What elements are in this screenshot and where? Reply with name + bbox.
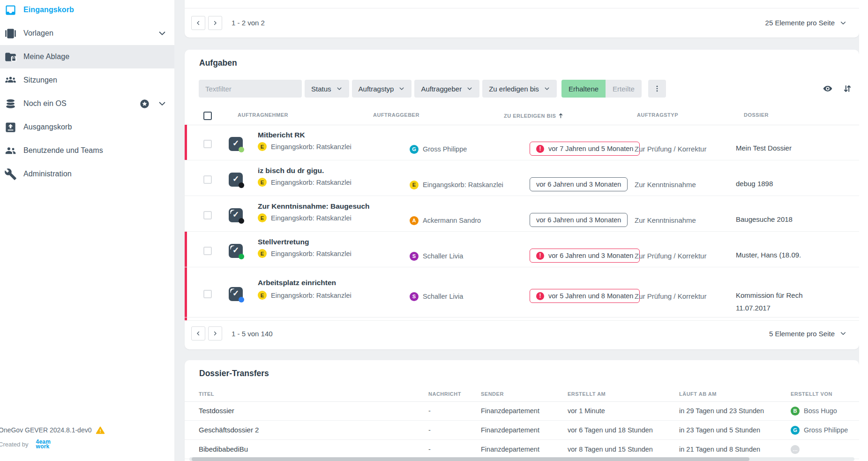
task-dossier-link[interactable]: Baugesuche 2018 — [736, 213, 859, 226]
filter-dropdown-auftraggeber[interactable]: Auftraggeber — [414, 80, 479, 98]
task-type: Zur Prüfung / Korrektur — [635, 249, 706, 264]
task-dossier-link[interactable]: debug 1898 — [736, 177, 859, 190]
chevron-down-icon[interactable] — [157, 99, 167, 108]
task-title[interactable]: Mitbericht RK — [258, 131, 305, 139]
4teamwork-logo[interactable]: 4eam work — [36, 439, 51, 449]
creator-name: Boss Hugo — [804, 407, 837, 415]
select-all-checkbox[interactable] — [203, 112, 212, 120]
templates-icon — [4, 27, 17, 40]
avatar: S — [410, 292, 419, 301]
sort-asc-icon — [557, 112, 564, 119]
row-checkbox[interactable] — [203, 211, 212, 219]
column-header-sender: SENDER — [481, 391, 504, 397]
task-title[interactable]: iz bisch du dr gigu. — [258, 166, 324, 175]
filter-dropdown-zu-erledigen-bis[interactable]: Zu erledigen bis — [482, 80, 557, 98]
task-row[interactable]: ✓Mitbericht RKEEingangskorb: Ratskanzlei… — [185, 125, 859, 160]
task-dossier-link[interactable]: Mein Test Dossier — [736, 142, 859, 154]
task-row[interactable]: ✓StellvertretungEEingangskorb: Ratskanzl… — [185, 232, 859, 267]
created-by-label: Created by — [0, 441, 29, 448]
sort-icon[interactable] — [842, 83, 853, 94]
task-dossier-link[interactable]: Muster, Hans (18.09. — [736, 249, 859, 261]
task-status-dot — [239, 254, 244, 259]
transfer-row[interactable]: Testdossier-Finanzdepartementvor 1 Minut… — [185, 401, 859, 421]
users-icon — [4, 144, 17, 157]
task-remote-icon: ✓ — [229, 244, 243, 258]
version-line: OneGov GEVER 2024.8.1-dev0 — [0, 425, 105, 435]
next-page-button[interactable] — [208, 16, 222, 30]
transfer-creator: … — [791, 440, 804, 459]
due-date-badge: vor 6 Jahren und 3 Monaten — [530, 213, 628, 227]
row-checkbox[interactable] — [203, 247, 212, 255]
transfer-sender: Finanzdepartement — [481, 421, 539, 439]
sidebar-item-noch-ein-os[interactable]: Noch ein OS — [0, 92, 174, 115]
avatar: E — [410, 181, 419, 189]
horizontal-scrollbar[interactable] — [189, 457, 854, 461]
transfer-title[interactable]: Testdossier — [199, 401, 234, 420]
sidebar-item-administration[interactable]: Administration — [0, 162, 174, 186]
task-type: Zur Kenntnisnahme — [635, 177, 696, 192]
scrollbar-thumb[interactable] — [192, 457, 749, 461]
pagination-range: 1 - 2 von 2 — [232, 19, 265, 27]
received-issued-toggle: Erhaltene Erteilte — [561, 80, 642, 98]
wrench-icon — [4, 168, 17, 181]
star-icon[interactable] — [139, 98, 150, 109]
column-header-nachricht: NACHRICHT — [428, 391, 461, 397]
avatar: E — [258, 249, 267, 258]
column-header-dossier[interactable]: DOSSIER — [744, 112, 769, 118]
chevron-down-icon[interactable] — [157, 29, 167, 38]
column-header-auftraggeber[interactable]: AUFTRAGGEBER — [373, 112, 419, 118]
next-page-button[interactable] — [208, 326, 222, 340]
row-checkbox[interactable] — [203, 175, 212, 184]
meetings-icon — [4, 74, 17, 87]
task-type: Zur Kenntnisnahme — [635, 213, 696, 228]
due-date-label: vor 6 Jahren und 3 Monaten — [536, 216, 621, 224]
task-title[interactable]: Stellvertretung — [258, 238, 309, 246]
transfer-title[interactable]: Geschäftsdossier 2 — [199, 421, 259, 439]
task-row[interactable]: ✓Zur Kenntnisnahme: BaugesuchEEingangsko… — [185, 196, 859, 232]
sidebar-item-benutzende-und-teams[interactable]: Benutzende und Teams — [0, 139, 174, 162]
sidebar-item-label: Vorlagen — [23, 29, 53, 38]
filter-dropdown-auftragstyp[interactable]: Auftragstyp — [352, 80, 412, 98]
more-actions-button[interactable] — [648, 80, 666, 98]
sidebar-item-label: Meine Ablage — [23, 53, 69, 61]
eye-icon[interactable] — [823, 83, 833, 94]
sidebar-item-label: Eingangskorb — [23, 6, 74, 14]
task-row[interactable]: ✓Arbeitsplatz einrichtenEEingangskorb: R… — [185, 267, 859, 321]
toggle-erhaltene[interactable]: Erhaltene — [561, 80, 606, 98]
row-checkbox[interactable] — [203, 290, 212, 298]
prev-page-button[interactable] — [191, 326, 205, 340]
text-filter-input[interactable] — [199, 80, 302, 98]
column-header-zu-erledigen-bis[interactable]: ZU ERLEDIGEN BIS — [504, 112, 564, 119]
assignee-name: Eingangskorb: Ratskanzlei — [271, 179, 352, 186]
sidebar-item-sitzungen[interactable]: Sitzungen — [0, 68, 174, 92]
outbox-icon — [4, 121, 17, 134]
app-version: OneGov GEVER 2024.8.1-dev0 — [0, 426, 91, 434]
filter-dropdown-status[interactable]: Status — [305, 80, 349, 98]
sidebar-item-ausgangskorb[interactable]: Ausgangskorb — [0, 115, 174, 139]
task-dossier-link[interactable]: Kommission für Rech11.07.2017 — [736, 289, 859, 314]
toggle-erteilte[interactable]: Erteilte — [606, 80, 642, 98]
row-checkbox[interactable] — [203, 140, 212, 148]
sidebar-item-eingangskorb[interactable]: Eingangskorb — [0, 0, 174, 22]
overdue-icon: ! — [536, 145, 544, 153]
sidebar-item-meine-ablage[interactable]: Meine Ablage — [0, 45, 174, 68]
transfer-row[interactable]: BibedibabediBu-Finanzdepartementvor 8 Ta… — [185, 440, 859, 459]
task-icon: ✓ — [229, 137, 243, 151]
warning-icon[interactable] — [96, 426, 105, 435]
urgent-bar — [185, 232, 187, 267]
task-title[interactable]: Zur Kenntnisnahme: Baugesuch — [258, 202, 370, 211]
prev-page-button[interactable] — [191, 16, 205, 30]
sidebar-item-label: Benutzende und Teams — [23, 146, 103, 155]
sidebar-item-label: Sitzungen — [23, 76, 57, 84]
column-header-auftragnehmer[interactable]: AUFTRAGNEHMER — [238, 112, 288, 118]
sidebar-item-vorlagen[interactable]: Vorlagen — [0, 22, 174, 45]
folder-lock-icon — [4, 51, 17, 63]
transfer-title[interactable]: BibedibabediBu — [199, 440, 248, 459]
filter-label: Status — [311, 85, 331, 93]
per-page-select[interactable]: 25 Elemente pro Seite — [765, 8, 847, 38]
per-page-select[interactable]: 5 Elemente pro Seite — [769, 317, 847, 349]
task-title[interactable]: Arbeitsplatz einrichten — [258, 279, 336, 287]
task-row[interactable]: ✓iz bisch du dr gigu.EEingangskorb: Rats… — [185, 160, 859, 196]
transfer-row[interactable]: Geschäftsdossier 2-Finanzdepartementvor … — [185, 421, 859, 440]
column-header-auftragstyp[interactable]: AUFTRAGSTYP — [637, 112, 678, 118]
